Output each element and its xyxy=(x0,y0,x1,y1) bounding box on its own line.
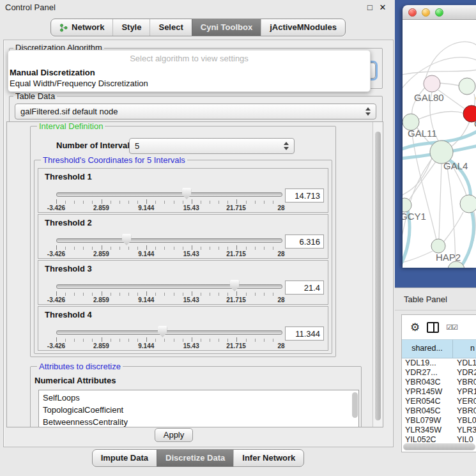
close-traffic-light-icon[interactable] xyxy=(408,8,417,17)
tab-jactivemnodules[interactable]: jActiveMNodules xyxy=(261,19,345,36)
cell-name[interactable]: YBR0 xyxy=(453,406,476,416)
apply-button[interactable]: Apply xyxy=(155,428,193,442)
tick-label: 15.43 xyxy=(183,204,199,211)
table-row[interactable]: YER054CYER0 xyxy=(402,397,476,406)
cell-shared-name[interactable]: YDL19... xyxy=(402,358,453,368)
numerical-attributes-list[interactable]: SelfLoopsTopologicalCoefficientBetweenne… xyxy=(38,390,359,427)
tab-cyni-toolbox[interactable]: Cyni Toolbox xyxy=(192,19,261,36)
top-tab-bar: Network Style Select Cyni Toolbox jActiv… xyxy=(0,19,396,36)
network-edge[interactable] xyxy=(447,163,456,263)
tab-style-label: Style xyxy=(121,19,141,36)
network-node[interactable] xyxy=(431,239,445,253)
tab-infer-network[interactable]: Infer Network xyxy=(233,450,303,466)
cell-shared-name[interactable]: YER054C xyxy=(402,397,453,406)
hscrollbar-thumb[interactable] xyxy=(404,444,475,450)
network-edge[interactable] xyxy=(426,42,476,79)
cell-name[interactable]: YBL0 xyxy=(453,416,476,426)
cell-name[interactable]: YPR1 xyxy=(453,387,476,397)
threshold-2-value[interactable]: 6.316 xyxy=(285,234,324,249)
table-row[interactable]: YBL079WYBL0 xyxy=(402,416,476,426)
list-item[interactable]: TopologicalCoefficient xyxy=(39,404,358,416)
slider-thumb[interactable] xyxy=(158,326,167,337)
cell-name[interactable]: YLR3 xyxy=(453,426,476,435)
slider-thumb[interactable] xyxy=(182,188,192,199)
list-item[interactable]: SelfLoops xyxy=(39,392,358,404)
network-window-titlebar[interactable] xyxy=(403,5,476,20)
table-hscrollbar[interactable] xyxy=(403,443,475,450)
threshold-1-value[interactable]: 14.713 xyxy=(285,188,324,203)
network-node[interactable] xyxy=(459,78,475,95)
gear-icon[interactable]: ⚙ xyxy=(410,322,420,333)
network-window: GAL80GAGAL11CGAL4GCY1HHAP2 xyxy=(403,5,476,267)
option-manual-discretization[interactable]: Manual Discretization xyxy=(10,68,95,77)
tab-network[interactable]: Network xyxy=(51,19,112,36)
slider-thumb[interactable] xyxy=(230,280,240,291)
node-label: GAL4 xyxy=(443,160,468,171)
option-equal-width-frequency[interactable]: Equal Width/Frequency Discretization xyxy=(10,79,148,88)
network-edge[interactable] xyxy=(418,112,464,119)
cell-shared-name[interactable]: YPR145W xyxy=(402,387,453,397)
table-row[interactable]: YDR27...YDR2 xyxy=(402,368,476,378)
tick-label: 28 xyxy=(277,250,284,257)
slider-tick-labels: -3.4262.8599.14415.4321.71528 xyxy=(56,296,281,303)
threshold-3-value[interactable]: 21.4 xyxy=(285,280,324,295)
network-edge[interactable] xyxy=(403,70,476,76)
table-row[interactable]: YDL19...YDL1 xyxy=(402,358,476,368)
tick-label: 9.144 xyxy=(138,296,154,303)
cell-name[interactable]: YER0 xyxy=(453,397,476,406)
list-item[interactable]: BetweennessCentrality xyxy=(39,416,358,427)
cell-name[interactable]: YDL1 xyxy=(453,358,476,368)
stepper-icon xyxy=(365,104,371,119)
tick-label: 2.859 xyxy=(93,204,109,211)
network-edge[interactable] xyxy=(439,164,441,239)
cell-shared-name[interactable]: YBR045C xyxy=(402,406,453,416)
close-window-icon[interactable]: ✕ xyxy=(377,0,388,15)
minimize-traffic-light-icon[interactable] xyxy=(422,8,430,17)
threshold-3-slider[interactable] xyxy=(56,284,282,289)
column-header-shared-name[interactable]: shared... xyxy=(402,340,453,358)
tab-cyni-toolbox-label: Cyni Toolbox xyxy=(201,19,252,36)
network-edge[interactable] xyxy=(440,83,459,86)
cell-shared-name[interactable]: YBL079W xyxy=(402,416,453,426)
list-scrollbar-thumb[interactable] xyxy=(352,392,358,418)
network-node[interactable] xyxy=(424,75,440,92)
algorithm-hint: Select algorithm to view settings xyxy=(8,54,370,63)
table-row[interactable]: YPR145WYPR1 xyxy=(402,387,476,397)
settings-scrollbar[interactable] xyxy=(372,122,383,427)
network-canvas[interactable]: GAL80GAGAL11CGAL4GCY1HHAP2 xyxy=(403,20,476,268)
tab-select[interactable]: Select xyxy=(150,19,191,36)
table-data-combo[interactable]: galFiltered.sif default node xyxy=(15,104,376,119)
tick-label: -3.426 xyxy=(47,250,65,257)
table-row[interactable]: YBR043CYBR0 xyxy=(402,378,476,387)
network-node[interactable] xyxy=(403,198,411,212)
cell-shared-name[interactable]: YDR27... xyxy=(402,368,453,378)
tab-discretize-data[interactable]: Discretize Data xyxy=(157,450,233,466)
cell-name[interactable]: YDR2 xyxy=(453,368,476,378)
cell-name[interactable]: YBR0 xyxy=(453,378,476,387)
tab-style[interactable]: Style xyxy=(112,19,150,36)
select-columns-icon[interactable]: ☑☑ xyxy=(446,323,457,332)
columns-icon[interactable] xyxy=(427,322,439,333)
threshold-4-slider[interactable] xyxy=(56,330,282,335)
table-row[interactable]: YLR345WYLR3 xyxy=(402,426,476,435)
node-label: GAL11 xyxy=(408,128,437,139)
table-row[interactable]: YBR045CYBR0 xyxy=(402,406,476,416)
threshold-2-slider[interactable] xyxy=(56,238,282,243)
cell-shared-name[interactable]: YBR043C xyxy=(402,378,453,387)
threshold-1-panel: Threshold 1 -3.4262.8599.14415.4321.7152… xyxy=(38,168,328,213)
tab-infer-network-label: Infer Network xyxy=(242,450,295,466)
threshold-1-slider[interactable] xyxy=(56,192,282,197)
tab-impute-data[interactable]: Impute Data xyxy=(93,450,157,466)
top-segmented-control: Network Style Select Cyni Toolbox jActiv… xyxy=(50,19,346,36)
slider-thumb[interactable] xyxy=(122,234,132,245)
column-header-name[interactable]: n xyxy=(453,340,476,358)
tick-label: -3.426 xyxy=(47,204,65,211)
float-window-icon[interactable]: □ xyxy=(364,0,376,15)
cell-shared-name[interactable]: YLR345W xyxy=(402,426,453,435)
number-of-intervals-combo[interactable]: 5 xyxy=(129,138,295,154)
network-node[interactable] xyxy=(460,195,476,213)
slider-ticks xyxy=(56,337,282,342)
scrollbar-thumb[interactable] xyxy=(375,132,381,420)
threshold-4-value[interactable]: 11.344 xyxy=(285,326,324,341)
zoom-traffic-light-icon[interactable] xyxy=(435,8,443,17)
